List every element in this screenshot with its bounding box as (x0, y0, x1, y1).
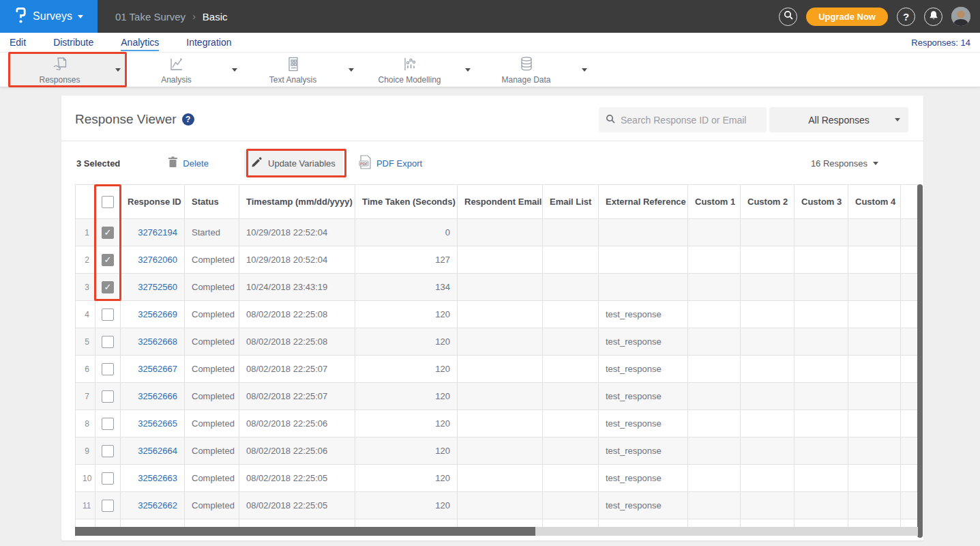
custom-2-cell (741, 410, 795, 437)
response-id-cell: 32562667 (121, 356, 185, 383)
time-taken-cell: 120 (355, 410, 458, 437)
timestamp-cell: 08/02/2018 22:25:08 (239, 328, 355, 356)
search-button[interactable] (779, 8, 797, 26)
responses-per-page-dropdown[interactable]: 16 Responses (811, 158, 878, 169)
help-icon[interactable]: ? (182, 113, 194, 126)
row-number-header (76, 185, 95, 219)
respondent-email-cell (458, 301, 543, 328)
response-id-link[interactable]: 32762194 (138, 227, 177, 238)
row-checkbox-cell: ✓ (95, 274, 121, 301)
custom-2-cell (741, 465, 795, 492)
analytics-toolbar: Responses Analysis (0, 53, 980, 87)
response-id-link[interactable]: 32762060 (138, 255, 177, 265)
toolbar-item-label: Analysis (161, 75, 192, 85)
response-id-link[interactable]: 32562662 (138, 500, 177, 511)
tab-integration[interactable]: Integration (186, 34, 231, 51)
row-checkbox[interactable] (102, 363, 114, 375)
select-all-checkbox[interactable] (102, 196, 114, 208)
response-filter-dropdown[interactable]: All Responses (769, 107, 908, 132)
response-id-link[interactable]: 32562668 (138, 336, 177, 347)
breadcrumb: 01 Take Survey › Basic (115, 11, 227, 23)
chevron-down-icon[interactable] (576, 68, 593, 72)
row-checkbox[interactable] (102, 418, 114, 430)
row-checkbox-cell (95, 301, 121, 328)
custom-1-cell (688, 437, 741, 465)
manage-data-icon (518, 55, 535, 73)
response-id-link[interactable]: 32562667 (138, 364, 177, 374)
row-checkbox[interactable] (102, 500, 114, 512)
row-checkbox[interactable]: ✓ (102, 227, 114, 239)
chevron-down-icon[interactable] (460, 68, 476, 72)
tab-edit[interactable]: Edit (10, 34, 26, 51)
response-id-link[interactable]: 32562665 (138, 418, 177, 429)
row-number-cell: 1 (76, 219, 95, 246)
respondent-email-cell (458, 437, 543, 465)
tab-distribute[interactable]: Distribute (53, 34, 93, 51)
row-checkbox[interactable]: ✓ (102, 254, 114, 266)
table-horizontal-scrollbar-track[interactable] (75, 527, 918, 536)
row-checkbox[interactable]: ✓ (102, 281, 114, 293)
response-id-cell: 32562668 (121, 328, 185, 356)
time-taken-cell: 120 (355, 356, 458, 383)
status-cell: Completed (185, 410, 239, 437)
response-id-link[interactable]: 32562664 (138, 446, 177, 456)
row-checkbox[interactable] (102, 390, 114, 403)
pdf-export-button[interactable]: PDF PDF Export (359, 155, 422, 171)
status-cell: Completed (185, 246, 239, 274)
chevron-down-icon[interactable] (110, 68, 126, 72)
toolbar-item-responses[interactable]: Responses (10, 53, 126, 87)
tab-analytics[interactable]: Analytics (121, 34, 159, 51)
row-checkbox[interactable] (102, 308, 114, 321)
response-id-link[interactable]: 32752560 (138, 282, 177, 292)
custom-2-cell (741, 383, 795, 410)
toolbar-item-choice-modelling[interactable]: Choice Modelling (359, 53, 476, 87)
surveys-menu[interactable]: Surveys (0, 0, 98, 33)
table-row: 832562665Completed08/02/2018 22:25:06120… (76, 410, 918, 437)
timestamp-cell: 08/02/2018 22:25:05 (239, 492, 355, 519)
clipped-cell (901, 301, 918, 328)
upgrade-now-button[interactable]: Upgrade Now (806, 8, 888, 26)
table-horizontal-scrollbar-thumb[interactable] (75, 527, 535, 536)
column-header-response-id[interactable]: Response ID (121, 185, 185, 219)
custom-3-cell (795, 437, 848, 465)
row-checkbox[interactable] (102, 336, 114, 348)
help-button[interactable]: ? (897, 8, 915, 26)
time-taken-cell: 120 (355, 328, 458, 356)
response-id-link[interactable]: 32562666 (138, 391, 177, 401)
user-avatar[interactable] (951, 7, 970, 26)
toolbar-item-analysis[interactable]: Analysis (126, 53, 243, 87)
column-header-timestamp-mm-dd-yyyy-[interactable]: Timestamp (mm/dd/yyyy) (239, 185, 355, 219)
column-header-time-taken-seconds-[interactable]: Time Taken (Seconds) (355, 185, 458, 219)
row-checkbox[interactable] (102, 472, 114, 485)
custom-4-cell (848, 356, 901, 383)
toolbar-item-manage-data[interactable]: Manage Data (476, 53, 593, 87)
time-taken-cell: 134 (355, 274, 458, 301)
custom-3-cell (795, 274, 848, 301)
custom-1-cell (688, 383, 741, 410)
table-vertical-scrollbar[interactable] (917, 184, 923, 538)
update-variables-label: Update Variables (268, 158, 336, 169)
response-id-cell: 32562665 (121, 410, 185, 437)
row-checkbox[interactable] (102, 445, 114, 457)
email-list-cell (543, 383, 599, 410)
response-search-box (599, 107, 767, 132)
external-reference-cell (599, 219, 688, 246)
respondent-email-cell (458, 465, 543, 492)
column-header-label: Timestamp (mm/dd/yyyy) (246, 197, 353, 207)
column-header-respondent-email: Respondent Email (458, 185, 543, 219)
chevron-down-icon[interactable] (226, 68, 243, 72)
custom-4-cell (848, 465, 901, 492)
chevron-down-icon[interactable] (343, 68, 359, 72)
delete-button[interactable]: Delete (168, 156, 209, 170)
response-viewer-card: Response Viewer ? All Responses 3 Select… (61, 96, 923, 541)
time-taken-cell: 120 (355, 465, 458, 492)
update-variables-button[interactable]: Update Variables (244, 149, 343, 177)
notifications-button[interactable] (924, 8, 942, 26)
response-id-link[interactable]: 32562663 (138, 473, 177, 483)
breadcrumb-survey-name[interactable]: 01 Take Survey (115, 11, 185, 23)
custom-3-cell (795, 246, 848, 274)
status-cell: Completed (185, 465, 239, 492)
response-id-link[interactable]: 32562669 (138, 309, 177, 319)
search-input[interactable] (621, 115, 760, 126)
toolbar-item-text-analysis[interactable]: Text Analysis (243, 53, 359, 87)
